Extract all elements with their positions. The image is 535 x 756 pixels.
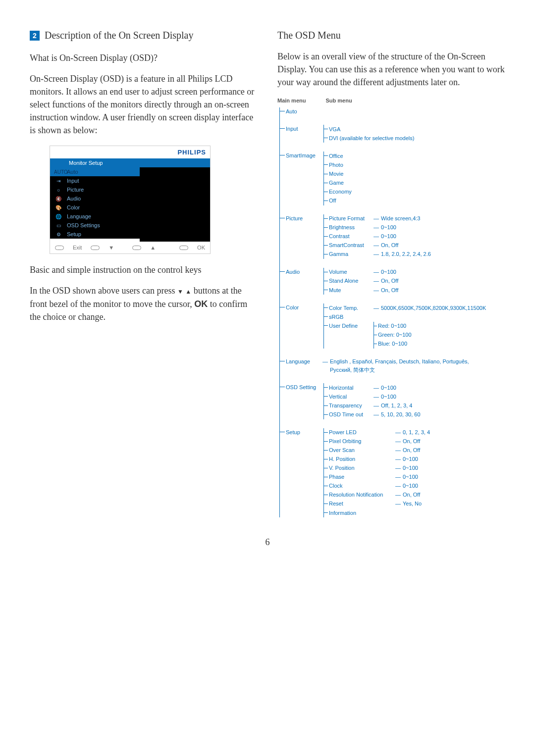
osd-item-icon: ⚙	[54, 232, 63, 237]
submenu-label: Volume	[329, 268, 372, 276]
menu-osd-setting: OSD SettingHorizontal—0~100Vertical—0~10…	[286, 383, 505, 419]
osd-item-icon: ▭	[54, 223, 63, 228]
osd-item-language: 🌐Language	[50, 212, 140, 221]
submenu-item: Over Scan—On, Off	[329, 446, 430, 455]
submenu-item: Gamma—1.8, 2.0, 2.2, 2.4, 2.6	[329, 250, 431, 259]
submenu-value: On, Off	[403, 438, 420, 444]
osd-item-label: Setup	[67, 231, 81, 237]
up-icon: ▲	[150, 245, 156, 251]
submenu-label: Mute	[329, 286, 372, 295]
menu-label: Setup	[286, 428, 321, 437]
submenu-value: 0~100	[403, 483, 418, 489]
menu-picture: PicturePicture Format—Wide screen,4:3Bri…	[286, 214, 505, 259]
submenu-item: VGA	[329, 125, 414, 134]
submenu-label: H. Position	[329, 455, 393, 463]
osd-item-label: Color	[67, 204, 80, 210]
submenu-group: OfficePhotoMovieGameEconomyOff	[323, 151, 372, 205]
menu-label: Color	[286, 303, 321, 312]
osd-item-auto: AUTOAuto	[50, 167, 140, 176]
submenu-group: Horizontal—0~100Vertical—0~100Transparen…	[323, 383, 421, 419]
submenu-value: 5, 10, 20, 30, 60	[381, 411, 421, 417]
submenu-item: Volume—0~100	[329, 268, 398, 277]
menu-input: InputVGADVI (available for selective mod…	[286, 125, 505, 143]
osd-item-label: Picture	[67, 187, 84, 193]
menu-label: Language	[286, 357, 321, 366]
osd-footer: Exit ▼ ▲ OK	[50, 242, 210, 253]
menu-label: Audio	[286, 268, 321, 276]
menu-language: Language—English , Español, Français, De…	[286, 357, 505, 374]
submenu-label: Off	[329, 197, 372, 205]
submenu-label: Clock	[329, 482, 393, 490]
submenu-item: Clock—0~100	[329, 482, 430, 491]
submenu-item: sRGB	[329, 312, 486, 321]
osd-item-label: Language	[67, 213, 91, 219]
submenu-label: Movie	[329, 170, 372, 178]
osd-screenshot: PHILIPS Monitor Setup AUTOAuto⇥Input☼Pic…	[50, 146, 211, 254]
osd-title: Monitor Setup	[50, 158, 210, 167]
instr-part-a: In the OSD shown above users can press	[30, 286, 177, 296]
submenu-value: 0~100	[403, 465, 418, 471]
submenu-lvl3: Red: 0~100Green: 0~100Blue: 0~100	[374, 322, 412, 349]
osd-item-label: OSD Settings	[67, 222, 100, 228]
lvl3-value: Red: 0~100	[378, 323, 406, 329]
menu-setup: SetupPower LED—0, 1, 2, 3, 4Pixel Orbiti…	[286, 428, 505, 517]
osd-item-label: Input	[67, 178, 79, 184]
menu-inline-values: English , Español, Français, Deutsch, It…	[330, 357, 488, 374]
submenu-value: On, Off	[381, 242, 398, 248]
osd-item-icon: ⇥	[54, 178, 63, 184]
right-column: The OSD Menu Below is an overall view of…	[277, 30, 505, 517]
instruction-heading: Basic and simple instruction on the cont…	[30, 265, 258, 275]
menu-label: Picture	[286, 214, 321, 223]
submenu-value: 5000K,6500K,7500K,8200K,9300K,11500K	[381, 305, 486, 311]
sub-menu-label: Sub menu	[325, 98, 352, 103]
osd-item-osd-settings: ▭OSD Settings	[50, 221, 140, 230]
submenu-group: Color Temp.—5000K,6500K,7500K,8200K,9300…	[323, 303, 486, 349]
submenu-label: User Define	[329, 322, 372, 330]
submenu-item: OSD Time out—5, 10, 20, 30, 60	[329, 410, 421, 419]
back-icon	[55, 246, 64, 250]
submenu-value: On, Off	[381, 287, 398, 293]
down-triangle-icon: ▼	[177, 288, 183, 296]
osd-brand: PHILIPS	[50, 146, 210, 158]
submenu-group: Picture Format—Wide screen,4:3Brightness…	[323, 214, 431, 259]
submenu-item: Brightness—0~100	[329, 223, 431, 232]
tree-header: Main menu Sub menu	[277, 98, 505, 103]
submenu-group: Power LED—0, 1, 2, 3, 4Pixel Orbiting—On…	[323, 428, 430, 517]
osd-preview-area	[140, 167, 210, 242]
submenu-item: Reset—Yes, No	[329, 500, 430, 508]
submenu-label: Color Temp.	[329, 304, 372, 312]
submenu-value: Wide screen,4:3	[381, 215, 420, 221]
submenu-label: SmartContrast	[329, 241, 372, 250]
submenu-item: Photo	[329, 160, 372, 169]
osd-item-icon: 🌐	[54, 214, 63, 219]
section-heading: 2 Description of the On Screen Display	[30, 30, 258, 41]
submenu-item: Information	[329, 508, 430, 517]
submenu-label: Transparency	[329, 402, 372, 410]
submenu-group: Volume—0~100Stand Alone—On, OffMute—On, …	[323, 268, 398, 295]
submenu-label: Vertical	[329, 393, 372, 401]
osd-item-icon: AUTO	[54, 169, 63, 175]
lvl3-value: Green: 0~100	[378, 332, 412, 338]
question-heading: What is On-Screen Display (OSD)?	[30, 53, 258, 63]
osd-item-icon: 🎨	[54, 205, 63, 210]
submenu-value: 0~100	[381, 233, 396, 239]
left-column: 2 Description of the On Screen Display W…	[30, 30, 258, 517]
menu-label: Input	[286, 125, 321, 133]
submenu-label: Pixel Orbiting	[329, 437, 393, 446]
submenu-value: Off, 1, 2, 3, 4	[381, 403, 412, 408]
main-menu-label: Main menu	[277, 98, 306, 103]
menu-label: SmartImage	[286, 151, 321, 160]
osd-item-audio: 🔇Audio	[50, 194, 140, 203]
menu-tree: AutoInputVGADVI (available for selective…	[279, 107, 505, 517]
submenu-item: Color Temp.—5000K,6500K,7500K,8200K,9300…	[329, 303, 486, 312]
submenu-item: DVI (available for selective models)	[329, 134, 414, 143]
submenu-item: Power LED—0, 1, 2, 3, 4	[329, 428, 430, 437]
submenu-label: Phase	[329, 473, 393, 481]
submenu-label: Reset	[329, 500, 393, 508]
osd-menu-heading: The OSD Menu	[277, 30, 505, 41]
menu-label: OSD Setting	[286, 383, 321, 392]
submenu-item: Economy	[329, 188, 372, 197]
lvl3-value: Blue: 0~100	[378, 341, 407, 347]
lvl3-item: Red: 0~100	[378, 322, 412, 331]
osd-item-icon: ☼	[54, 187, 63, 193]
